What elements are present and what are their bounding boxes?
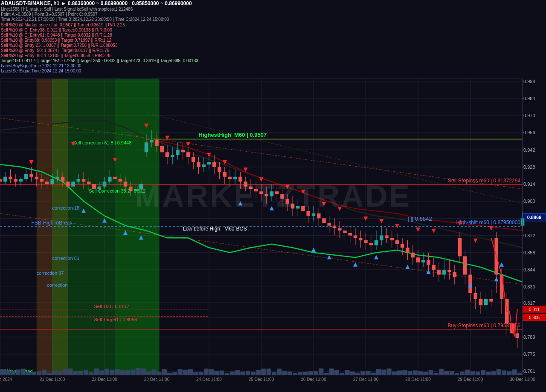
chart-container: MARKETZTRADE [0, 0, 546, 392]
main-chart-canvas [0, 0, 546, 392]
